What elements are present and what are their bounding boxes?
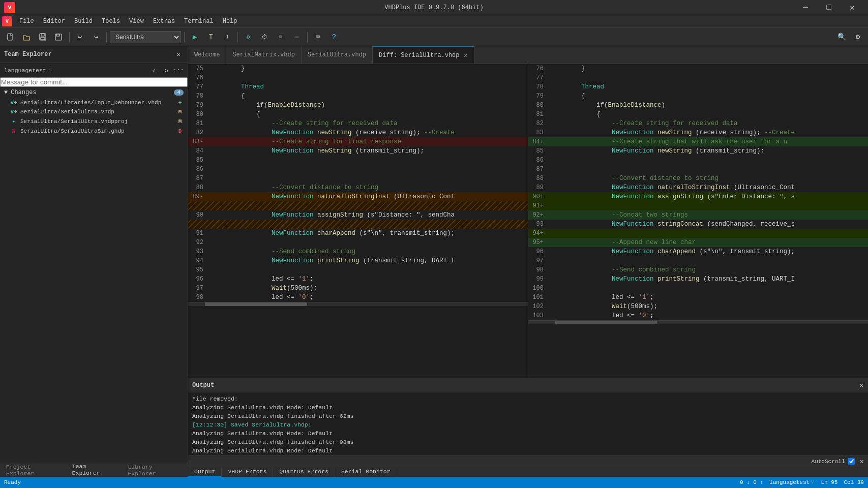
more-button[interactable]: ⋯ xyxy=(290,30,304,44)
tab-team-explorer[interactable]: Team Explorer xyxy=(66,461,122,477)
left-pane-scrollbar[interactable] xyxy=(188,302,528,306)
changes-section-header[interactable]: ▼ Changes 4 xyxy=(0,87,188,98)
output-close-button[interactable]: ✕ xyxy=(859,380,864,390)
settings-button[interactable]: ⚙ xyxy=(851,30,865,44)
menu-extras[interactable]: Extras xyxy=(149,17,179,26)
status-ready: Ready xyxy=(4,479,21,485)
tab-diff-close[interactable]: ✕ xyxy=(464,51,468,59)
code-line-right-92: 92+ --Concat two strings xyxy=(528,210,868,220)
terminal-button[interactable]: ⌨ xyxy=(311,30,325,44)
file-item-serialultra-proj[interactable]: ✦ SerialUltra/SerialUltra.vhdpproj M xyxy=(0,116,188,126)
file-item-serialultra-sim[interactable]: ≋ SerialUltra/SerialUltraSim.ghdp D xyxy=(0,126,188,136)
file-status-M2: M xyxy=(176,118,184,125)
output-tabs-row: Output VHDP Errors Quartus Errors Serial… xyxy=(188,467,868,477)
code-line-left-98: 98 led <= '0'; xyxy=(188,293,528,302)
maximize-button[interactable]: □ xyxy=(817,0,841,15)
diff-pane-right[interactable]: 76 } 77 78 Thread 79 { xyxy=(528,64,868,378)
tab-library-explorer[interactable]: Library Explorer xyxy=(122,462,188,477)
output-tab-vhdp-errors[interactable]: VHDP Errors xyxy=(222,467,273,477)
menu-view[interactable]: View xyxy=(125,17,148,26)
code-line-right-93: 93 NewFunction stringConcat (sendChanged… xyxy=(528,220,868,229)
code-line-left-79: 79 if(EnableDistance) xyxy=(188,101,528,110)
tab-serialmatrix[interactable]: SerialMatrix.vhdp xyxy=(226,46,301,64)
menu-file[interactable]: File xyxy=(15,17,38,26)
save-button[interactable] xyxy=(36,30,50,44)
output-tab-serial-monitor[interactable]: Serial Monitor xyxy=(335,467,397,477)
compile-button[interactable]: ⚙ xyxy=(241,30,255,44)
branch-icon: ⑂ xyxy=(48,67,52,73)
redo-button[interactable]: ↪ xyxy=(89,30,103,44)
code-line-left-86: 86 xyxy=(188,165,528,174)
changes-title: ▼ Changes xyxy=(4,89,37,96)
text-button[interactable]: T xyxy=(204,30,218,44)
status-ln: Ln 95 xyxy=(821,479,837,485)
right-scroll-thumb[interactable] xyxy=(555,321,657,324)
sidebar-header-controls: ✕ xyxy=(173,49,184,59)
file-item-debouncer[interactable]: V+ SerialUltra/Libraries/Input_Debouncer… xyxy=(0,98,188,107)
branch-status-name: languagetest xyxy=(769,479,810,485)
code-line-left-96: 96 led <= '1'; xyxy=(188,274,528,284)
output-tab-quartus-errors[interactable]: Quartus Errors xyxy=(273,467,335,477)
commit-check-button[interactable]: ✓ xyxy=(149,65,159,75)
open-file-button[interactable] xyxy=(19,30,34,44)
wave-button[interactable]: ≋ xyxy=(274,30,288,44)
output-content[interactable]: File removed: Analyzing SerialUltra.vhdp… xyxy=(188,392,868,455)
tab-serialultra[interactable]: SerialUltra.vhdp xyxy=(302,46,373,64)
diff-pane-left[interactable]: 75 } 76 77 Thread 78 { xyxy=(188,64,528,378)
simulate-button[interactable]: ⏱ xyxy=(257,30,272,44)
code-line-right-77: 77 xyxy=(528,73,868,82)
search-button[interactable]: 🔍 xyxy=(834,30,849,44)
ln-text: Ln 95 xyxy=(821,479,837,485)
autoscroll-checkbox[interactable] xyxy=(848,458,855,465)
code-line-left-87: 87 xyxy=(188,174,528,183)
file-status-add: V+ xyxy=(10,100,17,106)
file-item-serialultra-vhdp[interactable]: V+ SerialUltra/SerialUltra.vhdp M xyxy=(0,107,188,116)
minimize-button[interactable]: ─ xyxy=(794,0,817,15)
tab-project-explorer[interactable]: Project Explorer xyxy=(0,462,66,477)
menu-terminal[interactable]: Terminal xyxy=(180,17,218,26)
refresh-button[interactable]: ↻ xyxy=(161,65,171,75)
code-line-right-78: 78 Thread xyxy=(528,82,868,92)
titlebar-left: V xyxy=(4,2,15,13)
code-line-left-76: 76 xyxy=(188,73,528,82)
file-add-marker: + xyxy=(176,100,184,106)
menu-help[interactable]: Help xyxy=(219,17,242,26)
more-options-button[interactable]: ··· xyxy=(173,65,184,75)
code-line-right-85: 85 NewFunction newString (transmit_strin… xyxy=(528,146,868,156)
app-logo: V xyxy=(4,2,15,13)
run-button[interactable]: ▶ xyxy=(188,30,202,44)
left-scroll-thumb[interactable] xyxy=(205,302,307,306)
code-line-right-76: 76 } xyxy=(528,64,868,73)
new-file-button[interactable] xyxy=(3,30,17,44)
undo-button[interactable]: ↩ xyxy=(73,30,87,44)
code-line-left-81: 81 --Create string for received data xyxy=(188,119,528,128)
code-line-left-94: 94 NewFunction printString (transmit_str… xyxy=(188,256,528,265)
download-button[interactable]: ⬇ xyxy=(220,30,234,44)
save-all-button[interactable] xyxy=(52,30,66,44)
output-tab-output[interactable]: Output xyxy=(188,467,222,477)
arrows-text: 0 ↓ 0 ↑ xyxy=(740,479,763,485)
commit-message-input[interactable] xyxy=(0,77,188,87)
menu-editor[interactable]: Editor xyxy=(39,17,69,26)
close-button[interactable]: ✕ xyxy=(841,0,864,15)
col-text: Col 39 xyxy=(844,479,864,485)
menu-tools[interactable]: Tools xyxy=(98,17,124,26)
sidebar-close-button[interactable]: ✕ xyxy=(173,49,184,59)
output-line-2: Analyzing SerialUltra.vhdp Mode: Default xyxy=(192,403,864,412)
status-bar: Ready 0 ↓ 0 ↑ languagetest ⑂ Ln 95 Col 3… xyxy=(0,477,868,488)
help-button[interactable]: ? xyxy=(327,30,341,44)
main-content: Team Explorer ✕ languagetest ⑂ ✓ ↻ ··· ▼… xyxy=(0,46,868,477)
right-pane-scrollbar[interactable] xyxy=(528,320,868,324)
output-line-7: Analyzing SerialUltra.vhdp Mode: Default xyxy=(192,446,864,455)
sidebar-title: Team Explorer xyxy=(4,51,52,58)
code-line-left-84: 84 NewFunction newString (transmit_strin… xyxy=(188,146,528,156)
output-line-5: Analyzing SerialUltra.vhdp Mode: Default xyxy=(192,429,864,438)
output-clear-button[interactable]: ✕ xyxy=(860,457,864,466)
code-line-left-90: 90 NewFunction assignString (s"Distance:… xyxy=(188,210,528,220)
menu-build[interactable]: Build xyxy=(70,17,97,26)
project-dropdown[interactable]: SerialUltra xyxy=(110,31,181,43)
changes-count-badge: 4 xyxy=(174,89,184,96)
tab-diff-serialultra[interactable]: Diff: SerialUltra.vhdp ✕ xyxy=(373,46,474,64)
tab-welcome[interactable]: Welcome xyxy=(188,46,226,64)
sidebar: Team Explorer ✕ languagetest ⑂ ✓ ↻ ··· ▼… xyxy=(0,46,188,477)
